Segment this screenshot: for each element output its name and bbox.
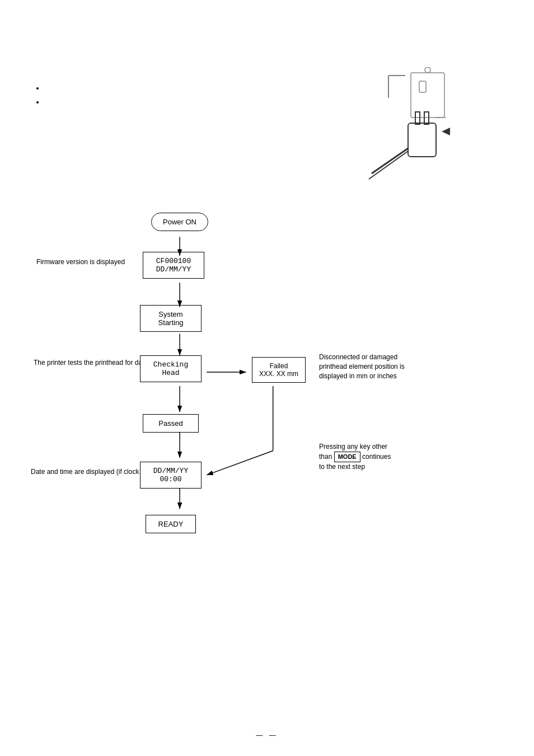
svg-point-10: [425, 67, 430, 73]
svg-rect-2: [408, 123, 436, 157]
connector-image: [355, 67, 500, 190]
node-power-on: Power ON: [151, 213, 208, 231]
annotation-firmware: Firmware version is displayed: [36, 257, 125, 267]
page-footer: — —: [256, 731, 278, 739]
node-checking-head: CheckingHead: [140, 355, 202, 382]
flowchart-wrapper: Firmware version is displayed The printe…: [123, 213, 500, 560]
svg-rect-0: [411, 73, 444, 118]
annotation-pressing: Pressing any key otherthan MODE continue…: [319, 442, 391, 472]
bullet-item-2: [45, 98, 310, 106]
svg-rect-4: [424, 112, 429, 124]
svg-rect-3: [415, 112, 420, 124]
bullet-item-1: [45, 84, 310, 92]
flowchart-section: Firmware version is displayed The printe…: [34, 213, 500, 560]
bullet-list: [34, 67, 310, 190]
svg-line-7: [369, 151, 408, 179]
node-failed: FailedXXX. XX mm: [252, 357, 306, 383]
svg-marker-5: [442, 128, 450, 135]
svg-rect-1: [419, 81, 426, 92]
svg-line-20: [207, 451, 273, 475]
page: Firmware version is displayed The printe…: [0, 0, 534, 756]
top-section: [34, 67, 500, 190]
svg-line-6: [372, 148, 408, 173]
annotation-disconnected: Disconnected or damagedprinthead element…: [319, 353, 405, 381]
node-passed: Passed: [143, 414, 199, 433]
node-ready: READY: [146, 515, 196, 533]
node-dd-mm-yy: DD/MM/YY00:00: [140, 462, 202, 489]
mode-key: MODE: [334, 452, 360, 462]
node-system-starting: SystemStarting: [140, 305, 202, 332]
node-cf000100: CF000100DD/MM/YY: [143, 252, 204, 279]
